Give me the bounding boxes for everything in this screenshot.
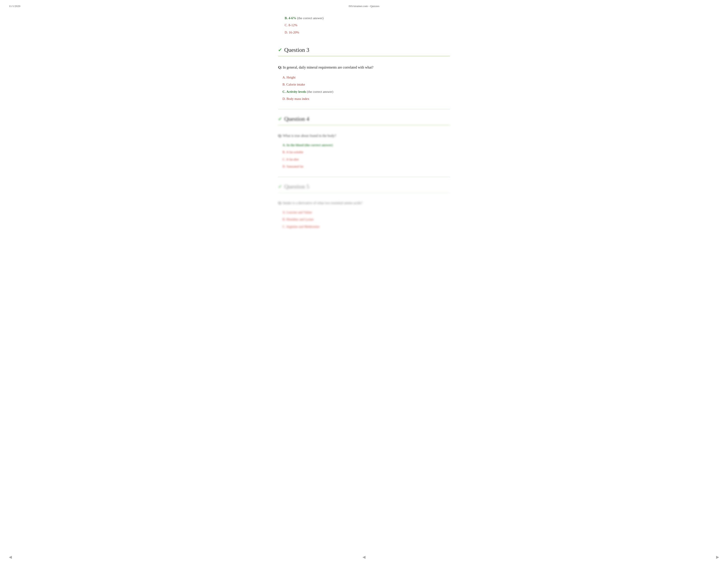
- q5-option-c: C. Arginine and Methionine: [282, 223, 450, 230]
- q5-option-a: A. Leucine and Valine: [282, 209, 450, 216]
- question4-title: Question 4: [284, 115, 309, 123]
- question5-title: Question 5: [284, 182, 309, 191]
- question4-section: ✔ Question 4 Q: What is true about found…: [278, 111, 450, 174]
- prev-option-c: C. 8-12%: [278, 22, 450, 29]
- question5-options: A. Leucine and Valine B. Histidine and L…: [278, 209, 450, 235]
- prev-option-d: D. 16-20%: [278, 29, 450, 36]
- question3-text: Q: In general, daily mineral requirement…: [278, 61, 450, 74]
- question4-check-icon: ✔: [278, 115, 282, 122]
- q3-q4-divider: [278, 109, 450, 109]
- question4-text: Q: What is true about found in the body?: [278, 130, 450, 141]
- q3-option-b: B. Calorie intake: [282, 81, 450, 88]
- question3-title: Question 3: [284, 46, 309, 54]
- question5-section: ✔ Question 5 Q: Intake is a derivative o…: [278, 179, 450, 235]
- q4-option-d: D. Saturated fat: [282, 163, 450, 170]
- header-date: 11/1/2020: [9, 4, 20, 8]
- q4-option-a: A. In the blood (the correct answer): [282, 141, 450, 149]
- question4-header: ✔ Question 4: [278, 111, 450, 125]
- q3-option-c: C. Activity levels (the correct answer): [282, 88, 450, 95]
- prev-answers-section: B. 4-6% (the correct answer) C. 8-12% D.…: [278, 12, 450, 41]
- q4-option-c: C. A fat-diet: [282, 156, 450, 163]
- question5-header: ✔ Question 5: [278, 179, 450, 193]
- q4-q5-divider: [278, 177, 450, 177]
- question-label: Q:: [278, 65, 282, 69]
- q3-option-d: D. Body mass index: [282, 95, 450, 102]
- q4-option-b: B. A fat-soluble: [282, 148, 450, 156]
- question5-check-icon: ✔: [278, 183, 282, 190]
- question5-text: Q: Intake is a derivative of what two es…: [278, 197, 450, 209]
- question3-header: ✔ Question 3: [278, 43, 450, 56]
- question4-options: A. In the blood (the correct answer) B. …: [278, 141, 450, 174]
- question3-check-icon: ✔: [278, 46, 282, 54]
- question3-section: ✔ Question 3 Q: In general, daily minera…: [278, 43, 450, 107]
- q5-option-b: B. Histidine and Lysine: [282, 216, 450, 223]
- prev-option-b: B. 4-6% (the correct answer): [278, 15, 450, 22]
- question3-options: A. Height B. Calorie intake C. Activity …: [278, 74, 450, 107]
- header-title: ISSAtrainer.com - Quizzes: [349, 4, 379, 8]
- q3-option-a: A. Height: [282, 74, 450, 81]
